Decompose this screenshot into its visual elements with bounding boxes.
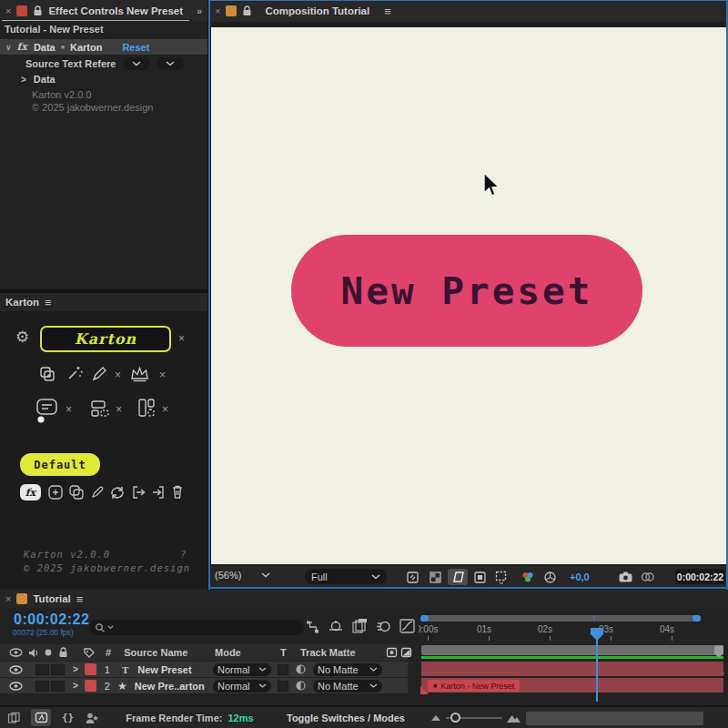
layer-2-duration-bar[interactable]: ■ Karton - New Preset xyxy=(421,678,723,693)
show-channel-icon[interactable] xyxy=(520,569,536,585)
remove-icon[interactable]: × xyxy=(115,369,121,380)
toggle-switches-modes-button[interactable]: Toggle Switches / Modes xyxy=(287,713,405,723)
playhead-line[interactable] xyxy=(596,640,598,702)
zoom-scrollbar-left-handle[interactable] xyxy=(420,615,429,622)
graph-editor-icon[interactable] xyxy=(399,618,416,634)
timeline-zoom-slider-knob[interactable] xyxy=(450,713,460,723)
fx-apply-button[interactable]: fx xyxy=(20,484,41,500)
grid-guide-options-icon[interactable] xyxy=(404,569,420,585)
default-preset-button[interactable]: Default xyxy=(20,453,100,476)
timeline-ruler[interactable]: 0:00s 01s 02s 03s 04s xyxy=(419,624,728,644)
refresh-icon[interactable] xyxy=(108,484,126,500)
toggle-switches-icon[interactable] xyxy=(386,647,398,658)
eye-icon[interactable] xyxy=(9,682,23,691)
layout-vertical-icon[interactable] xyxy=(136,397,157,420)
zoom-dropdown[interactable]: (56%) xyxy=(215,570,270,581)
karton-help-link[interactable]: ? xyxy=(180,549,187,560)
close-icon[interactable]: × xyxy=(5,6,11,16)
panel-menu-icon[interactable]: ≡ xyxy=(76,592,84,606)
source-text-dropdown-1[interactable] xyxy=(123,57,150,70)
work-area-bar[interactable] xyxy=(421,645,723,655)
audio-icon[interactable] xyxy=(27,648,38,658)
track-matte-column[interactable]: Track Matte xyxy=(300,647,356,658)
track-matte-dropdown[interactable]: No Matte xyxy=(313,680,382,693)
frame-blending-icon[interactable] xyxy=(351,618,369,634)
chevron-down-icon[interactable]: ∨ xyxy=(5,43,12,52)
region-of-interest-icon[interactable] xyxy=(471,569,488,585)
mask-visibility-icon[interactable] xyxy=(448,569,468,585)
layer-color-chip[interactable] xyxy=(85,663,96,675)
crown-icon[interactable] xyxy=(129,365,150,383)
layer-switch-box[interactable] xyxy=(51,681,65,692)
motion-blur-icon[interactable] xyxy=(375,619,391,634)
remove-icon[interactable]: × xyxy=(66,404,72,415)
source-text-dropdown-2[interactable] xyxy=(157,57,184,70)
zoom-scrollbar-right-handle[interactable] xyxy=(693,615,701,622)
panel-menu-icon[interactable]: ≡ xyxy=(45,296,52,309)
magic-wand-icon[interactable] xyxy=(66,364,84,382)
toggle-modes-icon[interactable] xyxy=(400,647,412,658)
blend-mode-dropdown[interactable]: Normal xyxy=(213,663,271,676)
layer-1-duration-bar[interactable] xyxy=(421,662,723,676)
chevron-right-icon[interactable]: > xyxy=(21,75,26,85)
frame-blend-toggle-icon[interactable] xyxy=(7,712,22,724)
remove-icon[interactable]: × xyxy=(159,369,166,380)
source-name-column[interactable]: Source Name xyxy=(124,647,187,658)
t-column[interactable]: T xyxy=(280,647,287,658)
expressions-icon[interactable]: {} xyxy=(62,712,74,723)
layout-horizontal-icon[interactable] xyxy=(89,399,111,419)
layer-marker-label[interactable]: ■ Karton - New Preset xyxy=(428,680,520,692)
show-snapshot-icon[interactable] xyxy=(639,569,655,585)
remove-icon[interactable]: × xyxy=(116,404,122,415)
mode-column[interactable]: Mode xyxy=(215,647,241,658)
crop-region-icon[interactable] xyxy=(493,569,510,585)
effect-row-karton[interactable]: ∨ fx Data ■ Karton Reset xyxy=(0,39,207,55)
timeline-search-input[interactable] xyxy=(89,620,304,635)
comp-timecode[interactable]: 0:00:02:22 xyxy=(675,569,725,584)
layer-name[interactable]: New Preset xyxy=(137,664,191,675)
label-column-icon[interactable] xyxy=(83,647,95,658)
live-update-toggle[interactable] xyxy=(31,709,51,726)
lock-icon[interactable] xyxy=(242,5,252,16)
author-icon[interactable] xyxy=(85,712,100,724)
remove-icon[interactable]: × xyxy=(162,404,168,415)
draft-3d-icon[interactable] xyxy=(328,619,344,634)
import-preset-icon[interactable] xyxy=(130,484,147,500)
timeline-zoom-scrollbar[interactable] xyxy=(420,615,701,622)
export-preset-icon[interactable] xyxy=(150,484,167,500)
resolution-aperture-icon[interactable] xyxy=(541,569,558,585)
track-matte-dropdown[interactable]: No Matte xyxy=(313,663,382,676)
video-visibility-icon[interactable] xyxy=(9,648,23,657)
layer-row-1[interactable]: > 1 T New Preset Normal No Matte xyxy=(0,662,408,677)
gear-icon[interactable]: ⚙ xyxy=(15,328,29,347)
layer-row-2[interactable]: > 2 ★ New Pre..arton Normal No Matte xyxy=(0,678,408,693)
snapshot-camera-icon[interactable] xyxy=(617,569,633,585)
panel-overflow-button[interactable]: » xyxy=(197,5,202,16)
preserve-transparency-box[interactable] xyxy=(278,664,288,675)
trash-icon[interactable] xyxy=(170,483,185,500)
close-icon[interactable]: × xyxy=(215,6,220,16)
preserve-transparency-box[interactable] xyxy=(278,681,288,692)
track-matte-picker-icon[interactable] xyxy=(295,663,307,675)
zoom-out-mountain-icon[interactable] xyxy=(430,713,441,722)
layer-switch-box[interactable] xyxy=(35,664,49,675)
lock-column-icon[interactable] xyxy=(58,647,68,658)
exposure-value[interactable]: +0,0 xyxy=(570,571,590,582)
layer-name[interactable]: New Pre..arton xyxy=(135,681,205,692)
blend-mode-dropdown[interactable]: Normal xyxy=(213,680,271,693)
layer-expander-icon[interactable]: > xyxy=(73,664,78,674)
resolution-dropdown[interactable]: Full xyxy=(305,569,387,584)
rename-preset-icon[interactable] xyxy=(89,483,106,500)
reset-link[interactable]: Reset xyxy=(122,42,149,53)
add-preset-icon[interactable] xyxy=(47,484,64,500)
layer-switch-box[interactable] xyxy=(35,681,49,692)
tab-karton[interactable]: Karton xyxy=(5,297,39,308)
tab-composition[interactable]: Composition Tutorial xyxy=(265,5,369,16)
duplicate-layers-icon[interactable] xyxy=(39,366,56,382)
remove-icon[interactable]: × xyxy=(178,333,185,344)
layer-color-chip[interactable] xyxy=(85,680,96,692)
data-group-row[interactable]: > Data xyxy=(21,74,56,85)
comp-mini-flowchart-icon[interactable] xyxy=(306,620,321,634)
pencil-edit-icon[interactable] xyxy=(91,366,108,382)
panel-menu-icon[interactable]: ≡ xyxy=(384,5,391,18)
